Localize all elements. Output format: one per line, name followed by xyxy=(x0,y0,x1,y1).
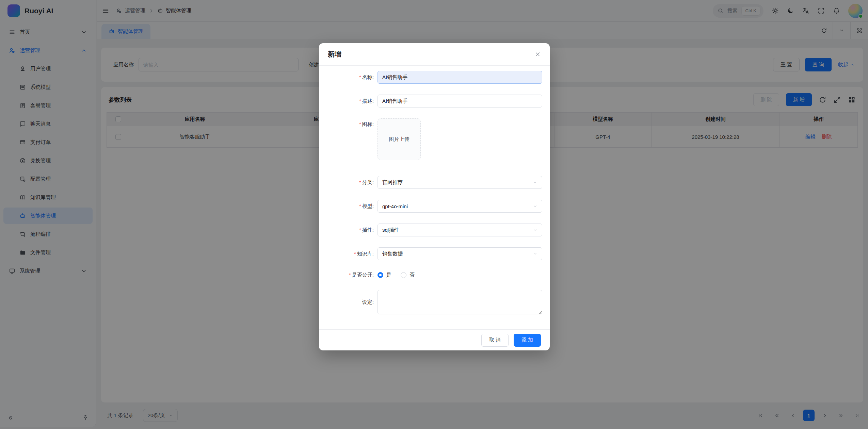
knowledge-base-field-row: *知识库: 销售数据 xyxy=(319,247,542,260)
chevron-down-icon xyxy=(533,251,537,256)
add-agent-dialog: 新增 *名称: *描述: *图标: 图片上传 *分类: 官网推荐 *模型: gp… xyxy=(319,43,550,350)
required-mark: * xyxy=(359,227,361,233)
name-input[interactable] xyxy=(377,71,542,84)
model-label: *模型: xyxy=(319,203,377,210)
public-yes-label: 是 xyxy=(386,272,391,278)
setting-label: 设定: xyxy=(319,299,377,306)
name-label: *名称: xyxy=(319,74,377,81)
model-field-row: *模型: gpt-4o-mini xyxy=(319,200,542,213)
public-no-label: 否 xyxy=(409,272,415,278)
dialog-header: 新增 xyxy=(319,43,550,66)
description-label: *描述: xyxy=(319,98,377,104)
required-mark: * xyxy=(359,179,361,185)
close-icon[interactable] xyxy=(534,51,541,57)
chevron-down-icon xyxy=(533,204,537,209)
required-mark: * xyxy=(349,272,351,278)
chevron-down-icon xyxy=(533,228,537,232)
plugin-field-row: *插件: sql插件 xyxy=(319,224,542,236)
required-mark: * xyxy=(354,251,356,257)
name-field-row: *名称: xyxy=(319,71,542,84)
description-input[interactable] xyxy=(377,95,542,108)
plugin-label: *插件: xyxy=(319,227,377,233)
cancel-button[interactable]: 取 消 xyxy=(481,334,509,347)
knowledge-base-label: *知识库: xyxy=(319,251,377,257)
required-mark: * xyxy=(359,203,361,209)
category-field-row: *分类: 官网推荐 xyxy=(319,176,542,189)
model-select[interactable]: gpt-4o-mini xyxy=(377,200,542,213)
public-yes-radio[interactable] xyxy=(377,272,383,278)
setting-textarea[interactable] xyxy=(377,290,542,314)
required-mark: * xyxy=(359,98,361,104)
description-field-row: *描述: xyxy=(319,95,542,108)
dialog-body: *名称: *描述: *图标: 图片上传 *分类: 官网推荐 *模型: gpt-4… xyxy=(319,66,550,314)
category-select[interactable]: 官网推荐 xyxy=(377,176,542,189)
public-no-radio[interactable] xyxy=(401,272,406,278)
icon-field-row: *图标: 图片上传 xyxy=(319,118,542,160)
plugin-select[interactable]: sql插件 xyxy=(377,224,542,236)
public-label: *是否公开: xyxy=(319,272,377,278)
chevron-down-icon xyxy=(533,180,537,185)
category-label: *分类: xyxy=(319,179,377,186)
required-mark: * xyxy=(359,74,361,80)
confirm-add-button[interactable]: 添 加 xyxy=(514,334,541,347)
knowledge-base-select[interactable]: 销售数据 xyxy=(377,247,542,260)
required-mark: * xyxy=(359,121,361,127)
image-upload-box[interactable]: 图片上传 xyxy=(377,118,421,160)
dialog-title: 新增 xyxy=(328,50,341,59)
icon-label: *图标: xyxy=(319,118,377,128)
setting-field-row: 设定: xyxy=(319,290,542,314)
public-field-row: *是否公开: 是 否 xyxy=(319,271,542,279)
dialog-footer: 取 消 添 加 xyxy=(319,329,550,350)
